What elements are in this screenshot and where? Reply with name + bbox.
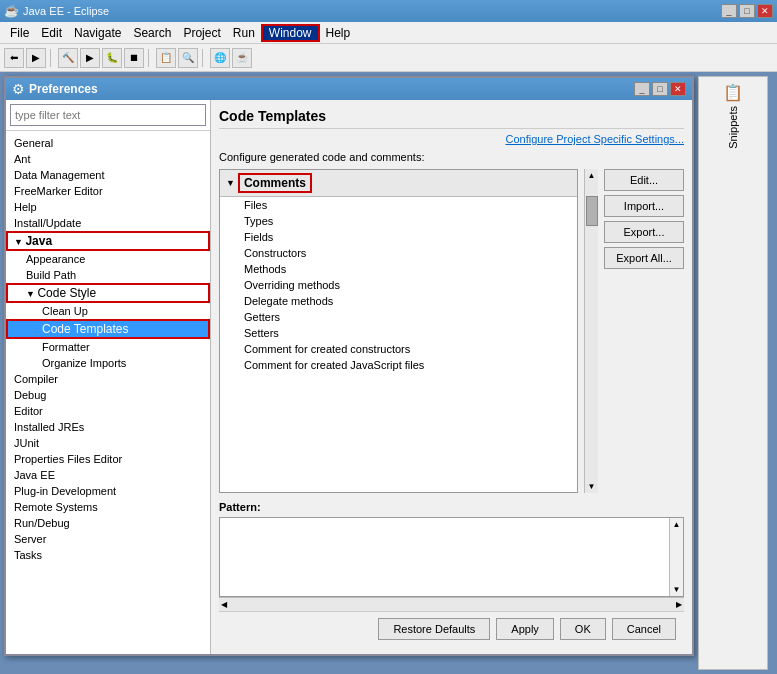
filter-input[interactable] — [10, 104, 206, 126]
toolbar: ⬅ ▶ 🔨 ▶ 🐛 ⏹ 📋 🔍 🌐 ☕ — [0, 44, 777, 72]
toolbar-btn-4[interactable]: ▶ — [80, 48, 100, 68]
pattern-hscroll[interactable]: ◀ ▶ — [219, 597, 684, 611]
toolbar-sep-1 — [50, 49, 54, 67]
menu-run[interactable]: Run — [227, 24, 261, 42]
left-panel: General Ant Data Management FreeMarker E… — [6, 100, 211, 654]
tree-item-code-templates[interactable]: Code Templates — [6, 319, 210, 339]
menu-file[interactable]: File — [4, 24, 35, 42]
pattern-scrollbar[interactable]: ▲ ▼ — [669, 518, 683, 596]
tree-item-java-ee[interactable]: Java EE — [6, 467, 210, 483]
ok-button[interactable]: OK — [560, 618, 606, 640]
table-row-files[interactable]: Files — [220, 197, 577, 213]
toolbar-btn-9[interactable]: 🌐 — [210, 48, 230, 68]
scroll-thumb[interactable] — [586, 196, 598, 226]
comments-header: Comments — [238, 173, 312, 193]
cancel-button[interactable]: Cancel — [612, 618, 676, 640]
configure-link[interactable]: Configure Project Specific Settings... — [219, 133, 684, 145]
tree-item-clean-up[interactable]: Clean Up — [6, 303, 210, 319]
menu-window[interactable]: Window — [261, 24, 320, 42]
export-button[interactable]: Export... — [604, 221, 684, 243]
tree-item-data-management[interactable]: Data Management — [6, 167, 210, 183]
toolbar-btn-10[interactable]: ☕ — [232, 48, 252, 68]
tree-item-code-style[interactable]: ▼ Code Style — [6, 283, 210, 303]
table-row-methods[interactable]: Methods — [220, 261, 577, 277]
tree-item-properties-files-editor[interactable]: Properties Files Editor — [6, 451, 210, 467]
close-window-button[interactable]: ✕ — [757, 4, 773, 18]
java-expand-arrow: ▼ — [14, 237, 25, 247]
menu-help[interactable]: Help — [320, 24, 357, 42]
tree-item-general[interactable]: General — [6, 135, 210, 151]
export-all-button[interactable]: Export All... — [604, 247, 684, 269]
dialog-close[interactable]: ✕ — [670, 82, 686, 96]
tree-item-freemarker[interactable]: FreeMarker Editor — [6, 183, 210, 199]
table-row-delegate-methods[interactable]: Delegate methods — [220, 293, 577, 309]
edit-button[interactable]: Edit... — [604, 169, 684, 191]
pattern-label: Pattern: — [219, 501, 684, 513]
restore-defaults-button[interactable]: Restore Defaults — [378, 618, 490, 640]
tree-item-appearance[interactable]: Appearance — [6, 251, 210, 267]
tree-item-remote-systems[interactable]: Remote Systems — [6, 499, 210, 515]
dialog-minimize[interactable]: _ — [634, 82, 650, 96]
scroll-up-arrow[interactable]: ▲ — [586, 169, 598, 182]
table-row-types[interactable]: Types — [220, 213, 577, 229]
maximize-button[interactable]: □ — [739, 4, 755, 18]
menu-search[interactable]: Search — [127, 24, 177, 42]
pattern-section: Pattern: ▲ ▼ ◀ ▶ — [219, 501, 684, 611]
toolbar-btn-7[interactable]: 📋 — [156, 48, 176, 68]
toolbar-btn-2[interactable]: ▶ — [26, 48, 46, 68]
table-row-comment-javascript[interactable]: Comment for created JavaScript files — [220, 357, 577, 373]
main-area: ⚙ Preferences _ □ ✕ General Ant Data Man… — [0, 72, 777, 674]
tree-item-compiler[interactable]: Compiler — [6, 371, 210, 387]
menu-navigate[interactable]: Navigate — [68, 24, 127, 42]
dialog-body: General Ant Data Management FreeMarker E… — [6, 100, 692, 654]
toolbar-btn-1[interactable]: ⬅ — [4, 48, 24, 68]
dialog-maximize[interactable]: □ — [652, 82, 668, 96]
toolbar-btn-3[interactable]: 🔨 — [58, 48, 78, 68]
tree-item-junit[interactable]: JUnit — [6, 435, 210, 451]
tree-item-organize-imports[interactable]: Organize Imports — [6, 355, 210, 371]
table-row-fields[interactable]: Fields — [220, 229, 577, 245]
tree-item-plugin-development[interactable]: Plug-in Development — [6, 483, 210, 499]
pattern-textarea[interactable] — [220, 518, 669, 596]
menu-project[interactable]: Project — [177, 24, 226, 42]
import-button[interactable]: Import... — [604, 195, 684, 217]
tree-item-formatter[interactable]: Formatter — [6, 339, 210, 355]
tree-item-help[interactable]: Help — [6, 199, 210, 215]
toolbar-btn-8[interactable]: 🔍 — [178, 48, 198, 68]
toolbar-sep-3 — [202, 49, 206, 67]
table-row-getters[interactable]: Getters — [220, 309, 577, 325]
toolbar-sep-2 — [148, 49, 152, 67]
tree-item-debug[interactable]: Debug — [6, 387, 210, 403]
tree-item-run-debug[interactable]: Run/Debug — [6, 515, 210, 531]
tree-item-build-path[interactable]: Build Path — [6, 267, 210, 283]
toolbar-btn-6[interactable]: ⏹ — [124, 48, 144, 68]
tree-item-java[interactable]: ▼ Java — [6, 231, 210, 251]
snippets-label: Snippets — [727, 106, 739, 149]
table-row-overriding-methods[interactable]: Overriding methods — [220, 277, 577, 293]
tree-item-installed-jres[interactable]: Installed JREs — [6, 419, 210, 435]
dialog-footer: Restore Defaults Apply OK Cancel — [219, 611, 684, 646]
dialog-icon: ⚙ — [12, 81, 25, 97]
tree-item-ant[interactable]: Ant — [6, 151, 210, 167]
pattern-scroll-down[interactable]: ▼ — [671, 583, 683, 596]
table-row-constructors[interactable]: Constructors — [220, 245, 577, 261]
scroll-down-arrow[interactable]: ▼ — [586, 480, 598, 493]
minimize-button[interactable]: _ — [721, 4, 737, 18]
pattern-textarea-container: ▲ ▼ — [219, 517, 684, 597]
table-row-setters[interactable]: Setters — [220, 325, 577, 341]
hscroll-right-arrow[interactable]: ▶ — [674, 600, 684, 609]
tree-item-tasks[interactable]: Tasks — [6, 547, 210, 563]
tree-item-server[interactable]: Server — [6, 531, 210, 547]
tree-item-editor[interactable]: Editor — [6, 403, 210, 419]
toolbar-btn-5[interactable]: 🐛 — [102, 48, 122, 68]
menu-edit[interactable]: Edit — [35, 24, 68, 42]
tree-table-scrollbar[interactable]: ▲ ▼ — [584, 169, 598, 493]
title-bar: ☕ Java EE - Eclipse _ □ ✕ — [0, 0, 777, 22]
pattern-scroll-up[interactable]: ▲ — [671, 518, 683, 531]
apply-button[interactable]: Apply — [496, 618, 554, 640]
table-row-comment-constructors[interactable]: Comment for created constructors — [220, 341, 577, 357]
buttons-panel: Edit... Import... Export... Export All..… — [604, 169, 684, 493]
tree-item-install-update[interactable]: Install/Update — [6, 215, 210, 231]
hscroll-left-arrow[interactable]: ◀ — [219, 600, 229, 609]
dialog-controls: _ □ ✕ — [634, 82, 686, 96]
